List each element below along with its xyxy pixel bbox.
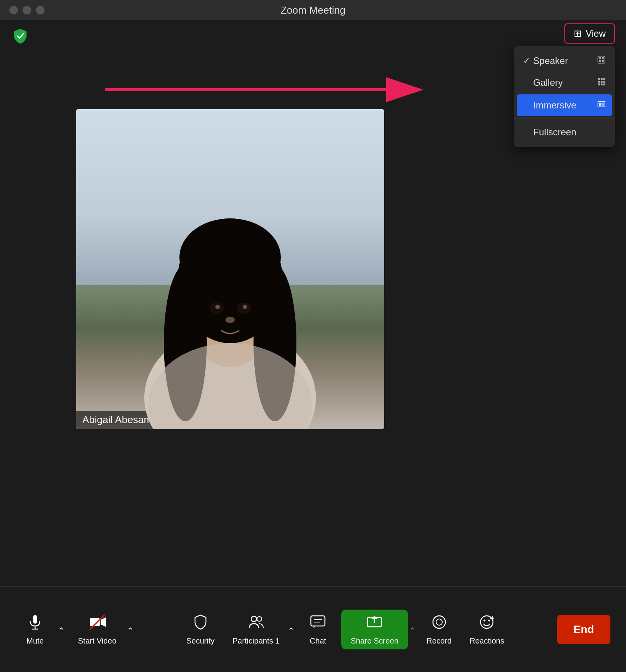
share-screen-chevron[interactable]: ⌃ [409,626,416,636]
check-spacer: ✓ [523,78,530,88]
record-icon [431,613,448,633]
participants-button[interactable]: Participants 1 [225,610,287,649]
chat-label: Chat [310,637,326,645]
svg-rect-16 [602,103,604,106]
svg-point-49 [488,619,490,621]
svg-point-48 [484,619,486,621]
svg-rect-11 [598,83,600,85]
dropdown-item-speaker[interactable]: ✓ Speaker [514,50,615,72]
immersive-label: Immersive [533,100,597,111]
mute-label: Mute [27,637,44,645]
svg-rect-9 [601,81,603,83]
record-button[interactable]: Record [420,610,459,649]
participants-chevron[interactable]: ⌃ [287,626,294,636]
svg-rect-2 [602,57,604,59]
svg-rect-13 [603,83,605,85]
share-screen-button[interactable]: Share Screen [341,610,408,649]
check-icon: ✓ [523,56,530,66]
svg-point-30 [225,317,235,323]
share-screen-icon [366,613,383,633]
svg-rect-15 [599,103,601,106]
view-button[interactable]: ⊞ View [564,23,615,44]
share-screen-label: Share Screen [351,637,398,645]
annotation-arrow [98,72,433,107]
dropdown-item-fullscreen[interactable]: ✓ Fullscreen [514,121,615,143]
traffic-lights [9,6,44,14]
svg-rect-8 [598,81,600,83]
toolbar-right: End [557,615,610,644]
security-button[interactable]: Security [179,610,222,649]
svg-point-29 [243,305,247,309]
dropdown-item-gallery[interactable]: ✓ Gallery [514,72,615,94]
security-label: Security [186,637,215,645]
maximize-button[interactable] [36,6,44,14]
title-bar: Zoom Meeting [0,0,626,20]
video-background [76,109,384,429]
svg-rect-1 [599,57,601,59]
reactions-icon [478,613,495,633]
participants-label: Participants 1 [232,637,280,645]
svg-point-46 [436,619,442,625]
svg-marker-36 [101,617,106,627]
svg-marker-44 [371,616,378,623]
view-dropdown: ✓ Speaker ✓ Gallery ✓ Immersive ✓ Fullsc… [514,46,615,147]
immersive-view-icon [597,100,606,111]
close-button[interactable] [9,6,18,14]
check-spacer-2: ✓ [523,100,530,110]
chat-button[interactable]: Chat [298,610,337,649]
svg-rect-12 [601,83,603,85]
toolbar-center: Security Participants 1 ⌃ [134,610,557,649]
participants-count-val: 1 [275,637,280,645]
svg-rect-40 [311,616,325,626]
security-icon [192,613,209,633]
toolbar-left: Mute ⌃ Start Video ⌃ [16,610,134,649]
participants-label-text: Participants [232,637,273,645]
check-spacer-3: ✓ [523,127,530,137]
speaker-view-icon [597,55,606,66]
mute-button[interactable]: Mute [16,610,55,649]
view-label: View [585,28,606,39]
chat-icon [309,613,326,633]
start-video-button[interactable]: Start Video [71,610,124,649]
mute-chevron[interactable]: ⌃ [58,626,65,636]
person-silhouette [113,156,347,429]
end-button[interactable]: End [557,615,610,644]
svg-rect-10 [603,81,605,83]
gallery-view-icon [597,77,606,88]
window-title: Zoom Meeting [280,4,345,16]
svg-rect-5 [598,78,600,80]
reactions-button[interactable]: Reactions [463,610,511,649]
svg-rect-6 [601,78,603,80]
participants-icon [248,613,265,633]
svg-point-28 [215,305,220,309]
video-container: Abigail Abesamis [76,109,384,429]
microphone-icon [27,613,44,633]
speaker-label: Speaker [533,55,597,66]
video-chevron[interactable]: ⌃ [127,626,134,636]
record-label: Record [427,637,452,645]
svg-point-25 [179,218,281,296]
svg-rect-32 [33,615,37,624]
svg-point-38 [251,616,257,622]
fullscreen-label: Fullscreen [533,127,606,138]
svg-rect-3 [599,60,601,62]
gallery-label: Gallery [533,77,597,88]
dropdown-item-immersive[interactable]: ✓ Immersive [517,94,612,116]
toolbar: Mute ⌃ Start Video ⌃ [0,586,626,672]
shield-icon [12,27,29,44]
svg-point-45 [433,616,445,628]
svg-rect-7 [603,78,605,80]
start-video-label: Start Video [78,637,117,645]
shield-badge [11,27,30,45]
minimize-button[interactable] [23,6,31,14]
svg-rect-4 [602,60,604,62]
video-icon [89,613,106,633]
svg-point-39 [257,617,262,621]
reactions-label: Reactions [470,637,504,645]
view-icon: ⊞ [574,28,582,39]
dropdown-divider [514,119,615,119]
